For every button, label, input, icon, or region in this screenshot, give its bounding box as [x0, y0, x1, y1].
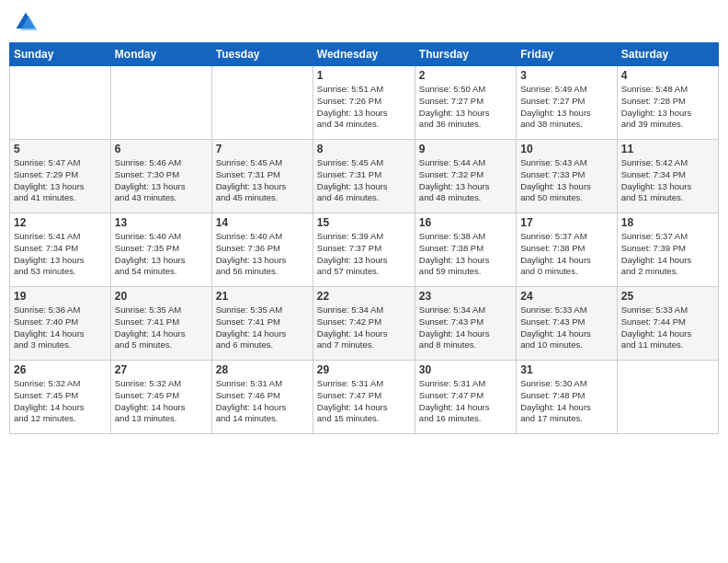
calendar-cell: 14Sunrise: 5:40 AM Sunset: 7:36 PM Dayli…	[211, 213, 313, 287]
day-info: Sunrise: 5:31 AM Sunset: 7:47 PM Dayligh…	[419, 378, 512, 425]
calendar-cell: 22Sunrise: 5:34 AM Sunset: 7:42 PM Dayli…	[313, 287, 415, 361]
calendar-cell: 31Sunrise: 5:30 AM Sunset: 7:48 PM Dayli…	[517, 361, 617, 434]
day-number: 18	[621, 216, 714, 229]
day-of-week-header: Saturday	[617, 43, 718, 66]
day-info: Sunrise: 5:41 AM Sunset: 7:34 PM Dayligh…	[14, 231, 107, 278]
day-info: Sunrise: 5:38 AM Sunset: 7:38 PM Dayligh…	[419, 231, 512, 278]
day-number: 25	[621, 290, 714, 303]
day-info: Sunrise: 5:31 AM Sunset: 7:46 PM Dayligh…	[216, 378, 309, 425]
day-of-week-header: Monday	[110, 43, 211, 66]
day-info: Sunrise: 5:47 AM Sunset: 7:29 PM Dayligh…	[14, 157, 107, 204]
day-of-week-header: Tuesday	[211, 43, 313, 66]
calendar-cell: 28Sunrise: 5:31 AM Sunset: 7:46 PM Dayli…	[211, 361, 313, 434]
calendar-cell: 21Sunrise: 5:35 AM Sunset: 7:41 PM Dayli…	[211, 287, 313, 361]
calendar-cell: 19Sunrise: 5:36 AM Sunset: 7:40 PM Dayli…	[10, 287, 111, 361]
day-number: 15	[317, 216, 411, 229]
logo	[13, 9, 42, 35]
week-row: 26Sunrise: 5:32 AM Sunset: 7:45 PM Dayli…	[10, 361, 719, 434]
day-number: 10	[520, 143, 612, 155]
day-info: Sunrise: 5:50 AM Sunset: 7:27 PM Dayligh…	[419, 84, 512, 131]
calendar-cell: 9Sunrise: 5:44 AM Sunset: 7:32 PM Daylig…	[415, 140, 516, 213]
calendar-cell: 6Sunrise: 5:46 AM Sunset: 7:30 PM Daylig…	[110, 140, 211, 213]
day-of-week-header: Wednesday	[313, 43, 415, 66]
day-info: Sunrise: 5:51 AM Sunset: 7:26 PM Dayligh…	[317, 84, 411, 131]
calendar-cell: 26Sunrise: 5:32 AM Sunset: 7:45 PM Dayli…	[10, 361, 111, 434]
calendar-cell: 1Sunrise: 5:51 AM Sunset: 7:26 PM Daylig…	[313, 66, 415, 140]
logo-icon	[13, 9, 39, 35]
day-info: Sunrise: 5:40 AM Sunset: 7:36 PM Dayligh…	[216, 231, 309, 278]
day-info: Sunrise: 5:46 AM Sunset: 7:30 PM Dayligh…	[115, 157, 208, 204]
day-info: Sunrise: 5:33 AM Sunset: 7:44 PM Dayligh…	[621, 304, 714, 351]
day-number: 8	[317, 143, 411, 155]
calendar-cell: 4Sunrise: 5:48 AM Sunset: 7:28 PM Daylig…	[617, 66, 718, 140]
day-info: Sunrise: 5:44 AM Sunset: 7:32 PM Dayligh…	[419, 157, 512, 204]
day-number: 23	[419, 290, 512, 303]
page-header	[9, 9, 719, 35]
day-info: Sunrise: 5:45 AM Sunset: 7:31 PM Dayligh…	[317, 157, 411, 204]
day-number: 28	[216, 363, 309, 376]
day-number: 17	[520, 216, 612, 229]
calendar-cell: 25Sunrise: 5:33 AM Sunset: 7:44 PM Dayli…	[617, 287, 718, 361]
day-number: 3	[520, 69, 612, 82]
day-number: 16	[419, 216, 512, 229]
day-info: Sunrise: 5:36 AM Sunset: 7:40 PM Dayligh…	[14, 304, 107, 351]
day-info: Sunrise: 5:35 AM Sunset: 7:41 PM Dayligh…	[216, 304, 309, 351]
calendar-table: SundayMondayTuesdayWednesdayThursdayFrid…	[9, 42, 719, 434]
calendar-cell: 7Sunrise: 5:45 AM Sunset: 7:31 PM Daylig…	[211, 140, 313, 213]
day-of-week-header: Thursday	[415, 43, 516, 66]
calendar-cell: 11Sunrise: 5:42 AM Sunset: 7:34 PM Dayli…	[617, 140, 718, 213]
day-info: Sunrise: 5:34 AM Sunset: 7:42 PM Dayligh…	[317, 304, 411, 351]
day-number: 29	[317, 363, 411, 376]
day-number: 7	[216, 143, 309, 155]
day-number: 11	[621, 143, 714, 155]
day-number: 19	[14, 290, 107, 303]
day-number: 1	[317, 69, 411, 82]
day-number: 12	[14, 216, 107, 229]
calendar-cell: 10Sunrise: 5:43 AM Sunset: 7:33 PM Dayli…	[517, 140, 617, 213]
calendar-cell	[110, 66, 211, 140]
day-info: Sunrise: 5:30 AM Sunset: 7:48 PM Dayligh…	[520, 378, 612, 425]
day-info: Sunrise: 5:37 AM Sunset: 7:38 PM Dayligh…	[520, 231, 612, 278]
day-of-week-header: Sunday	[10, 43, 111, 66]
day-number: 13	[115, 216, 208, 229]
calendar-cell	[10, 66, 111, 140]
calendar-cell: 8Sunrise: 5:45 AM Sunset: 7:31 PM Daylig…	[313, 140, 415, 213]
day-number: 21	[216, 290, 309, 303]
calendar-cell: 23Sunrise: 5:34 AM Sunset: 7:43 PM Dayli…	[415, 287, 516, 361]
day-of-week-header: Friday	[517, 43, 617, 66]
day-number: 26	[14, 363, 107, 376]
day-number: 5	[14, 143, 107, 155]
day-info: Sunrise: 5:35 AM Sunset: 7:41 PM Dayligh…	[115, 304, 208, 351]
calendar-cell: 30Sunrise: 5:31 AM Sunset: 7:47 PM Dayli…	[415, 361, 516, 434]
calendar-cell: 18Sunrise: 5:37 AM Sunset: 7:39 PM Dayli…	[617, 213, 718, 287]
day-number: 9	[419, 143, 512, 155]
day-info: Sunrise: 5:42 AM Sunset: 7:34 PM Dayligh…	[621, 157, 714, 204]
day-info: Sunrise: 5:40 AM Sunset: 7:35 PM Dayligh…	[115, 231, 208, 278]
day-number: 20	[115, 290, 208, 303]
calendar-cell: 17Sunrise: 5:37 AM Sunset: 7:38 PM Dayli…	[517, 213, 617, 287]
week-row: 1Sunrise: 5:51 AM Sunset: 7:26 PM Daylig…	[10, 66, 719, 140]
day-info: Sunrise: 5:43 AM Sunset: 7:33 PM Dayligh…	[520, 157, 612, 204]
calendar-cell: 15Sunrise: 5:39 AM Sunset: 7:37 PM Dayli…	[313, 213, 415, 287]
calendar-cell: 5Sunrise: 5:47 AM Sunset: 7:29 PM Daylig…	[10, 140, 111, 213]
day-info: Sunrise: 5:34 AM Sunset: 7:43 PM Dayligh…	[419, 304, 512, 351]
day-number: 4	[621, 69, 714, 82]
day-number: 2	[419, 69, 512, 82]
day-number: 31	[520, 363, 612, 376]
day-info: Sunrise: 5:32 AM Sunset: 7:45 PM Dayligh…	[14, 378, 107, 425]
day-info: Sunrise: 5:49 AM Sunset: 7:27 PM Dayligh…	[520, 84, 612, 131]
calendar-cell: 24Sunrise: 5:33 AM Sunset: 7:43 PM Dayli…	[517, 287, 617, 361]
week-row: 19Sunrise: 5:36 AM Sunset: 7:40 PM Dayli…	[10, 287, 719, 361]
day-info: Sunrise: 5:48 AM Sunset: 7:28 PM Dayligh…	[621, 84, 714, 131]
calendar-header-row: SundayMondayTuesdayWednesdayThursdayFrid…	[10, 43, 719, 66]
calendar-cell	[211, 66, 313, 140]
day-number: 24	[520, 290, 612, 303]
calendar-cell	[617, 361, 718, 434]
day-info: Sunrise: 5:32 AM Sunset: 7:45 PM Dayligh…	[115, 378, 208, 425]
calendar-cell: 16Sunrise: 5:38 AM Sunset: 7:38 PM Dayli…	[415, 213, 516, 287]
day-info: Sunrise: 5:39 AM Sunset: 7:37 PM Dayligh…	[317, 231, 411, 278]
day-info: Sunrise: 5:33 AM Sunset: 7:43 PM Dayligh…	[520, 304, 612, 351]
calendar-cell: 3Sunrise: 5:49 AM Sunset: 7:27 PM Daylig…	[517, 66, 617, 140]
calendar-cell: 20Sunrise: 5:35 AM Sunset: 7:41 PM Dayli…	[110, 287, 211, 361]
calendar-cell: 2Sunrise: 5:50 AM Sunset: 7:27 PM Daylig…	[415, 66, 516, 140]
